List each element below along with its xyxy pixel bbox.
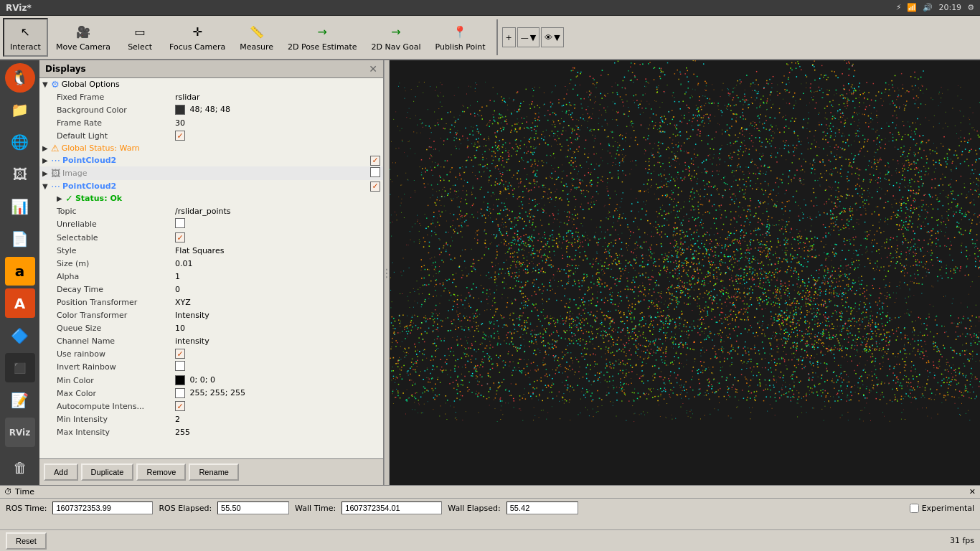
displays-close-button[interactable]: ✕ xyxy=(369,63,377,75)
selectable-value xyxy=(175,232,380,242)
measure-button[interactable]: 📏 Measure xyxy=(233,18,280,57)
3d-view[interactable] xyxy=(390,60,980,485)
position-transformer-value[interactable]: XYZ xyxy=(175,298,380,307)
pointcloud2-second-checkbox[interactable] xyxy=(370,182,380,192)
left-sidebar: 🐧 📁 🌐 🖼 📊 📄 a A 🔷 ⬛ 📝 RViz 🗑 xyxy=(0,60,39,485)
reset-button[interactable]: Reset xyxy=(6,532,47,550)
sidebar-item-chrome[interactable]: 🌐 xyxy=(5,128,35,157)
topic-row: Topic /rslidar_points xyxy=(39,204,383,217)
move-camera-icon: 🎥 xyxy=(75,24,92,41)
pointcloud2-first-checkbox[interactable] xyxy=(370,156,380,166)
duplicate-button[interactable]: Duplicate xyxy=(81,463,134,481)
selectable-label: Selectable xyxy=(42,233,175,242)
background-color-value[interactable]: 48; 48; 48 xyxy=(175,105,380,115)
alpha-row: Alpha 1 xyxy=(39,270,383,283)
sidebar-item-terminal[interactable]: ⬛ xyxy=(5,353,35,382)
autocompute-checkbox[interactable] xyxy=(175,401,185,411)
panel-splitter[interactable] xyxy=(384,60,390,485)
pointcloud2-first-row[interactable]: ▶ ⋯ PointCloud2 xyxy=(39,154,383,166)
wall-time-input[interactable] xyxy=(341,501,442,514)
global-status-row[interactable]: ▶ ⚠ Global Status: Warn xyxy=(39,142,383,154)
pointcloud2-second-row[interactable]: ▼ ⋯ PointCloud2 xyxy=(39,180,383,192)
focus-camera-button[interactable]: ✛ Focus Camera xyxy=(163,18,232,57)
topic-label: Topic xyxy=(42,207,175,216)
2d-pose-button[interactable]: → 2D Pose Estimate xyxy=(281,18,364,57)
color-transformer-value[interactable]: Intensity xyxy=(175,311,380,320)
timebar-content: ROS Time: ROS Elapsed: Wall Time: Wall E… xyxy=(0,499,980,517)
sidebar-item-spreadsheet[interactable]: 📊 xyxy=(5,192,35,222)
sidebar-item-trash[interactable]: 🗑 xyxy=(5,453,35,482)
default-light-checkbox[interactable] xyxy=(175,131,185,141)
decay-time-value[interactable]: 0 xyxy=(175,285,380,294)
experimental-group: Experimental xyxy=(910,504,974,513)
size-value[interactable]: 0.01 xyxy=(175,259,380,268)
2d-pose-label: 2D Pose Estimate xyxy=(288,42,357,52)
status-ok-row[interactable]: ▶ ✓ Status: Ok xyxy=(39,192,383,204)
topic-value[interactable]: /rslidar_points xyxy=(175,207,380,216)
move-camera-button[interactable]: 🎥 Move Camera xyxy=(50,18,117,57)
timebar-title-group: ⏱ Time xyxy=(4,487,34,496)
global-options-row[interactable]: ▼ ⚙ Global Options xyxy=(39,78,383,90)
view-controls[interactable]: —▼ xyxy=(517,27,540,47)
alpha-value[interactable]: 1 xyxy=(175,272,380,281)
image-row[interactable]: ▶ 🖼 Image xyxy=(39,166,383,180)
pointcloud2-second-icon: ⋯ xyxy=(51,181,60,192)
pointcloud-canvas[interactable] xyxy=(390,60,980,485)
select-label: Select xyxy=(128,42,152,52)
use-rainbow-checkbox[interactable] xyxy=(175,349,185,359)
style-value[interactable]: Flat Squares xyxy=(175,246,380,255)
min-intensity-value[interactable]: 2 xyxy=(175,415,380,424)
ros-elapsed-input[interactable] xyxy=(217,501,289,514)
fixed-frame-row: Fixed Frame rslidar xyxy=(39,90,383,103)
focus-camera-label: Focus Camera xyxy=(169,42,225,52)
min-color-swatch xyxy=(175,375,185,385)
visibility-controls[interactable]: 👁▼ xyxy=(541,27,563,47)
sidebar-item-amazon[interactable]: a xyxy=(5,257,35,286)
pointcloud2-first-expand[interactable]: ▶ xyxy=(42,156,51,164)
sidebar-item-files[interactable]: 📁 xyxy=(5,95,35,125)
publish-point-button[interactable]: 📍 Publish Point xyxy=(428,18,491,57)
global-status-expand[interactable]: ▶ xyxy=(42,144,51,152)
ros-time-input[interactable] xyxy=(52,501,153,514)
titlebar-right: ⚡ 📶 🔊 20:19 ⚙ xyxy=(896,3,974,12)
queue-size-value[interactable]: 10 xyxy=(175,324,380,333)
min-intensity-label: Min Intensity xyxy=(42,415,175,424)
interact-button[interactable]: ↖ Interact xyxy=(3,18,48,57)
rename-button[interactable]: Rename xyxy=(189,463,239,481)
unreliable-checkbox[interactable] xyxy=(175,218,185,228)
2d-nav-button[interactable]: → 2D Nav Goal xyxy=(364,18,427,57)
status-ok-expand[interactable]: ▶ xyxy=(57,194,65,202)
select-icon: ▭ xyxy=(131,24,149,41)
remove-button[interactable]: Remove xyxy=(136,463,186,481)
max-intensity-value[interactable]: 255 xyxy=(175,428,380,437)
sidebar-item-notes[interactable]: 📝 xyxy=(5,385,35,415)
max-color-value[interactable]: 255; 255; 255 xyxy=(175,388,380,398)
sidebar-item-doc[interactable]: 📄 xyxy=(5,225,35,254)
sidebar-item-rviz[interactable]: RViz xyxy=(5,418,35,447)
invert-rainbow-checkbox[interactable] xyxy=(175,361,185,371)
sidebar-item-app[interactable]: A xyxy=(5,288,35,318)
frame-rate-value[interactable]: 30 xyxy=(175,118,380,128)
fixed-frame-value[interactable]: rslidar xyxy=(175,93,380,102)
image-checkbox[interactable] xyxy=(370,167,380,177)
selectable-checkbox[interactable] xyxy=(175,232,185,242)
sidebar-item-ubuntu[interactable]: 🐧 xyxy=(5,63,35,93)
timebar-close-button[interactable]: ✕ xyxy=(969,487,976,496)
sidebar-item-vscode[interactable]: 🔷 xyxy=(5,321,35,350)
experimental-checkbox[interactable] xyxy=(910,504,919,513)
pointcloud2-second-expand[interactable]: ▼ xyxy=(42,182,51,190)
global-options-expand[interactable]: ▼ xyxy=(42,80,51,88)
min-color-value[interactable]: 0; 0; 0 xyxy=(175,375,380,385)
2d-pose-icon: → xyxy=(314,24,331,41)
wall-elapsed-input[interactable] xyxy=(507,501,578,514)
select-button[interactable]: ▭ Select xyxy=(118,18,161,57)
add-button[interactable]: Add xyxy=(44,463,78,481)
sidebar-item-photos[interactable]: 🖼 xyxy=(5,160,35,189)
toolbar: ↖ Interact 🎥 Move Camera ▭ Select ✛ Focu… xyxy=(0,16,980,60)
add-display-button[interactable]: + xyxy=(502,27,516,47)
displays-scroll[interactable]: ▼ ⚙ Global Options Fixed Frame rslidar B… xyxy=(39,78,383,458)
channel-name-value[interactable]: intensity xyxy=(175,336,380,346)
background-color-row: Background Color 48; 48; 48 xyxy=(39,103,383,116)
image-expand[interactable]: ▶ xyxy=(42,169,51,177)
interact-label: Interact xyxy=(10,42,41,52)
